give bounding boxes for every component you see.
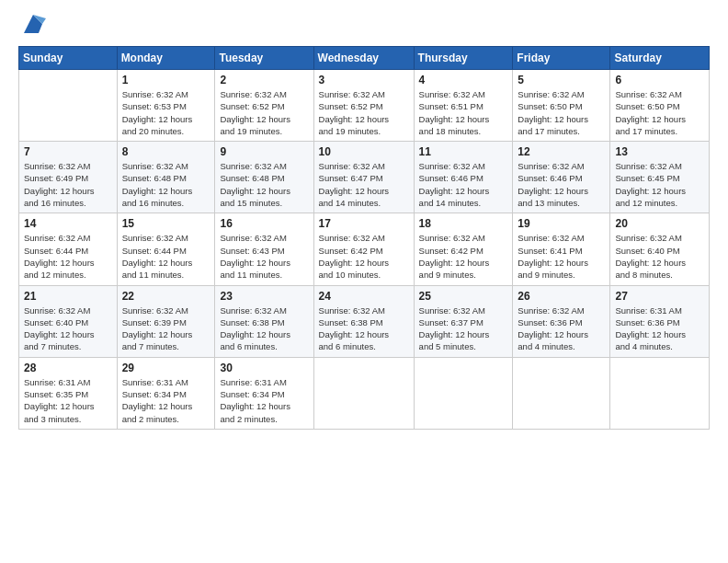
calendar-cell (313, 357, 414, 429)
calendar-cell: 17Sunrise: 6:32 AM Sunset: 6:42 PM Dayli… (313, 213, 414, 285)
calendar-cell: 18Sunrise: 6:32 AM Sunset: 6:42 PM Dayli… (414, 213, 513, 285)
weekday-header: Friday (513, 47, 610, 70)
calendar-cell (610, 357, 710, 429)
day-info: Sunrise: 6:32 AM Sunset: 6:46 PM Dayligh… (518, 160, 605, 209)
day-info: Sunrise: 6:32 AM Sunset: 6:44 PM Dayligh… (122, 232, 210, 281)
day-number: 16 (220, 217, 308, 230)
day-number: 1 (122, 74, 210, 86)
calendar: SundayMondayTuesdayWednesdayThursdayFrid… (18, 46, 710, 430)
day-number: 4 (419, 74, 508, 86)
day-number: 17 (319, 217, 409, 230)
day-info: Sunrise: 6:32 AM Sunset: 6:42 PM Dayligh… (319, 232, 409, 281)
calendar-cell: 29Sunrise: 6:31 AM Sunset: 6:34 PM Dayli… (117, 357, 215, 429)
day-number: 6 (615, 74, 704, 86)
calendar-cell: 25Sunrise: 6:32 AM Sunset: 6:37 PM Dayli… (414, 285, 513, 357)
calendar-week-row: 7Sunrise: 6:32 AM Sunset: 6:49 PM Daylig… (19, 142, 710, 213)
calendar-week-row: 1Sunrise: 6:32 AM Sunset: 6:53 PM Daylig… (19, 70, 710, 142)
day-info: Sunrise: 6:32 AM Sunset: 6:41 PM Dayligh… (518, 232, 605, 281)
weekday-header: Tuesday (215, 47, 313, 70)
day-info: Sunrise: 6:32 AM Sunset: 6:44 PM Dayligh… (24, 232, 112, 281)
calendar-cell: 21Sunrise: 6:32 AM Sunset: 6:40 PM Dayli… (19, 285, 118, 357)
day-number: 28 (24, 362, 112, 374)
calendar-cell: 26Sunrise: 6:32 AM Sunset: 6:36 PM Dayli… (513, 285, 610, 357)
calendar-cell: 3Sunrise: 6:32 AM Sunset: 6:52 PM Daylig… (313, 70, 414, 142)
calendar-cell (19, 70, 118, 142)
day-info: Sunrise: 6:32 AM Sunset: 6:36 PM Dayligh… (518, 304, 605, 353)
day-number: 12 (518, 145, 605, 158)
day-number: 24 (319, 290, 409, 303)
day-number: 25 (419, 290, 508, 303)
logo (18, 15, 46, 37)
calendar-cell: 22Sunrise: 6:32 AM Sunset: 6:39 PM Dayli… (117, 285, 215, 357)
calendar-cell: 20Sunrise: 6:32 AM Sunset: 6:40 PM Dayli… (610, 213, 710, 285)
calendar-cell: 5Sunrise: 6:32 AM Sunset: 6:50 PM Daylig… (513, 70, 610, 142)
day-number: 20 (615, 217, 704, 230)
day-number: 14 (24, 217, 112, 230)
day-info: Sunrise: 6:32 AM Sunset: 6:43 PM Dayligh… (220, 232, 308, 281)
day-number: 8 (122, 145, 210, 158)
day-info: Sunrise: 6:32 AM Sunset: 6:39 PM Dayligh… (122, 304, 210, 353)
day-info: Sunrise: 6:32 AM Sunset: 6:46 PM Dayligh… (419, 160, 508, 209)
calendar-cell: 1Sunrise: 6:32 AM Sunset: 6:53 PM Daylig… (117, 70, 215, 142)
calendar-cell (513, 357, 610, 429)
day-info: Sunrise: 6:31 AM Sunset: 6:36 PM Dayligh… (615, 304, 704, 353)
day-number: 22 (122, 290, 210, 303)
calendar-cell: 12Sunrise: 6:32 AM Sunset: 6:46 PM Dayli… (513, 142, 610, 213)
day-info: Sunrise: 6:32 AM Sunset: 6:45 PM Dayligh… (615, 160, 704, 209)
day-info: Sunrise: 6:32 AM Sunset: 6:50 PM Dayligh… (615, 88, 704, 137)
day-info: Sunrise: 6:31 AM Sunset: 6:34 PM Dayligh… (220, 376, 308, 425)
calendar-cell: 7Sunrise: 6:32 AM Sunset: 6:49 PM Daylig… (19, 142, 118, 213)
calendar-cell: 11Sunrise: 6:32 AM Sunset: 6:46 PM Dayli… (414, 142, 513, 213)
calendar-cell: 16Sunrise: 6:32 AM Sunset: 6:43 PM Dayli… (215, 213, 313, 285)
day-number: 30 (220, 362, 308, 374)
day-number: 29 (122, 362, 210, 374)
day-number: 18 (419, 217, 508, 230)
day-number: 13 (615, 145, 704, 158)
day-info: Sunrise: 6:32 AM Sunset: 6:49 PM Dayligh… (24, 160, 112, 209)
day-number: 7 (24, 145, 112, 158)
calendar-week-row: 21Sunrise: 6:32 AM Sunset: 6:40 PM Dayli… (19, 285, 710, 357)
day-info: Sunrise: 6:32 AM Sunset: 6:37 PM Dayligh… (419, 304, 508, 353)
calendar-cell: 4Sunrise: 6:32 AM Sunset: 6:51 PM Daylig… (414, 70, 513, 142)
day-info: Sunrise: 6:32 AM Sunset: 6:50 PM Dayligh… (518, 88, 605, 137)
calendar-cell: 2Sunrise: 6:32 AM Sunset: 6:52 PM Daylig… (215, 70, 313, 142)
day-info: Sunrise: 6:32 AM Sunset: 6:40 PM Dayligh… (615, 232, 704, 281)
day-number: 10 (319, 145, 409, 158)
day-info: Sunrise: 6:32 AM Sunset: 6:40 PM Dayligh… (24, 304, 112, 353)
day-number: 3 (319, 74, 409, 86)
calendar-cell: 27Sunrise: 6:31 AM Sunset: 6:36 PM Dayli… (610, 285, 710, 357)
calendar-cell: 14Sunrise: 6:32 AM Sunset: 6:44 PM Dayli… (19, 213, 118, 285)
calendar-cell: 9Sunrise: 6:32 AM Sunset: 6:48 PM Daylig… (215, 142, 313, 213)
weekday-header: Thursday (414, 47, 513, 70)
calendar-cell (414, 357, 513, 429)
calendar-week-row: 14Sunrise: 6:32 AM Sunset: 6:44 PM Dayli… (19, 213, 710, 285)
calendar-cell: 23Sunrise: 6:32 AM Sunset: 6:38 PM Dayli… (215, 285, 313, 357)
day-number: 5 (518, 74, 605, 86)
day-info: Sunrise: 6:32 AM Sunset: 6:48 PM Dayligh… (122, 160, 210, 209)
day-number: 9 (220, 145, 308, 158)
calendar-week-row: 28Sunrise: 6:31 AM Sunset: 6:35 PM Dayli… (19, 357, 710, 429)
weekday-header: Monday (117, 47, 215, 70)
day-info: Sunrise: 6:32 AM Sunset: 6:51 PM Dayligh… (419, 88, 508, 137)
day-info: Sunrise: 6:32 AM Sunset: 6:42 PM Dayligh… (419, 232, 508, 281)
day-number: 26 (518, 290, 605, 303)
page: SundayMondayTuesdayWednesdayThursdayFrid… (0, 0, 728, 563)
weekday-header-row: SundayMondayTuesdayWednesdayThursdayFrid… (19, 47, 710, 70)
weekday-header: Wednesday (313, 47, 414, 70)
logo-icon (20, 11, 46, 37)
day-number: 23 (220, 290, 308, 303)
day-number: 2 (220, 74, 308, 86)
day-info: Sunrise: 6:31 AM Sunset: 6:35 PM Dayligh… (24, 376, 112, 425)
day-number: 11 (419, 145, 508, 158)
day-info: Sunrise: 6:32 AM Sunset: 6:52 PM Dayligh… (319, 88, 409, 137)
calendar-cell: 19Sunrise: 6:32 AM Sunset: 6:41 PM Dayli… (513, 213, 610, 285)
calendar-cell: 30Sunrise: 6:31 AM Sunset: 6:34 PM Dayli… (215, 357, 313, 429)
day-info: Sunrise: 6:31 AM Sunset: 6:34 PM Dayligh… (122, 376, 210, 425)
calendar-cell: 24Sunrise: 6:32 AM Sunset: 6:38 PM Dayli… (313, 285, 414, 357)
day-info: Sunrise: 6:32 AM Sunset: 6:48 PM Dayligh… (220, 160, 308, 209)
weekday-header: Saturday (610, 47, 710, 70)
day-number: 21 (24, 290, 112, 303)
day-info: Sunrise: 6:32 AM Sunset: 6:38 PM Dayligh… (220, 304, 308, 353)
day-info: Sunrise: 6:32 AM Sunset: 6:38 PM Dayligh… (319, 304, 409, 353)
weekday-header: Sunday (19, 47, 118, 70)
